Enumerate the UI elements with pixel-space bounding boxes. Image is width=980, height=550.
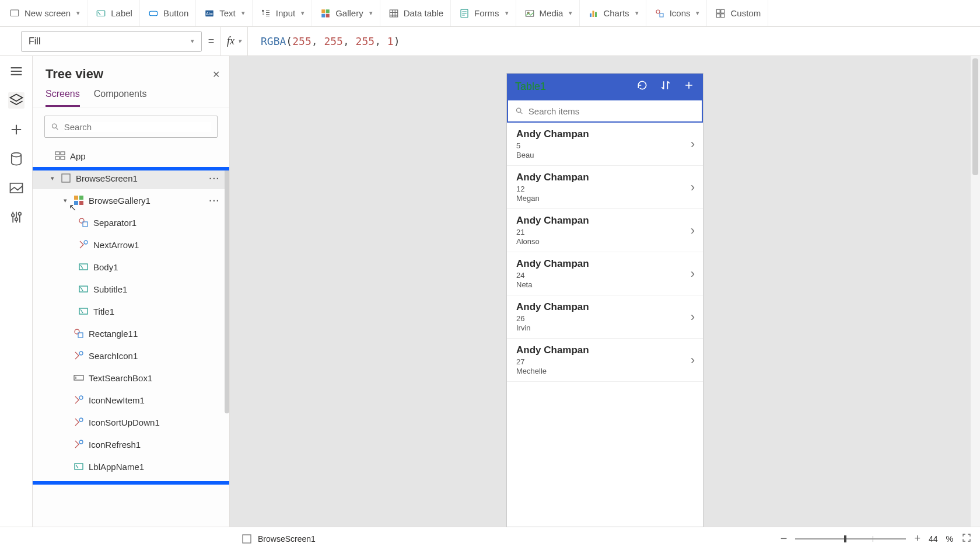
chevron-right-icon[interactable]: › <box>691 266 695 281</box>
insert-ribbon: New screen▾ Label Button Abc Text▾ Input… <box>0 0 980 27</box>
svg-rect-42 <box>79 286 88 292</box>
scrollbar-thumb[interactable] <box>225 168 229 413</box>
insert-button[interactable] <box>8 121 24 138</box>
chevron-down-icon: ▾ <box>301 9 304 17</box>
tree-node-subtitle1[interactable]: Subtitle1 <box>33 278 229 300</box>
chevron-down-icon: ▾ <box>569 9 572 17</box>
tree-node-rectangle11[interactable]: Rectangle11 <box>33 322 229 344</box>
tree-node-separator1[interactable]: Separator1 <box>33 211 229 234</box>
chevron-right-icon[interactable]: › <box>691 353 695 368</box>
custom-label: Custom <box>730 8 761 18</box>
icons-button[interactable]: Icons▾ <box>648 0 708 26</box>
canvas-scrollbar[interactable] <box>971 56 980 527</box>
datatable-button[interactable]: Data table <box>382 0 451 26</box>
label-icon <box>78 284 89 294</box>
tree-node-textsearchbox1[interactable]: TextSearchBox1 <box>33 367 229 389</box>
svg-point-23 <box>11 153 20 157</box>
more-button[interactable]: ··· <box>209 173 220 183</box>
tree-node-app[interactable]: App <box>33 145 229 167</box>
forms-label: Forms <box>474 8 499 18</box>
canvas[interactable]: Table1 Andy Champan5Beau›Andy Champan12M… <box>230 56 980 527</box>
forms-button[interactable]: Forms▾ <box>452 0 516 26</box>
tree-search-box[interactable] <box>44 116 218 138</box>
scrollbar-thumb[interactable] <box>972 58 978 175</box>
tree-node-title1[interactable]: Title1 <box>33 300 229 322</box>
property-selector[interactable]: Fill ▾ <box>21 31 202 52</box>
tree-node-lblappname1[interactable]: LblAppName1 <box>33 455 229 478</box>
label-button[interactable]: Label <box>89 0 140 26</box>
tree-node-browsegallery1[interactable]: ▾ BrowseGallery1 ··· ↖ <box>33 189 229 211</box>
charts-icon <box>588 8 598 19</box>
tab-components[interactable]: Components <box>94 89 147 107</box>
chevron-down-icon: ▾ <box>369 9 373 17</box>
tree-search-input[interactable] <box>64 122 211 132</box>
tab-screens[interactable]: Screens <box>46 89 80 107</box>
app-preview[interactable]: Table1 Andy Champan5Beau›Andy Champan12M… <box>507 74 703 527</box>
zoom-in-button[interactable]: + <box>914 532 921 545</box>
fx-button[interactable]: fx▾ <box>220 27 248 55</box>
list-item[interactable]: Andy Champan5Beau› <box>507 123 703 166</box>
item-body: Neta <box>516 280 589 289</box>
search-icon <box>515 106 524 116</box>
list-item[interactable]: Andy Champan26Irvin› <box>507 295 703 339</box>
tree-node-iconnewitem1[interactable]: IconNewItem1 <box>33 389 229 411</box>
chevron-right-icon[interactable]: › <box>691 137 695 152</box>
slider-thumb[interactable] <box>844 535 846 542</box>
svg-point-46 <box>79 351 83 355</box>
zoom-slider[interactable] <box>795 538 906 539</box>
data-button[interactable] <box>8 151 24 167</box>
input-button[interactable]: Input▾ <box>254 0 312 26</box>
tree-node-browsescreen1[interactable]: ▾ BrowseScreen1 ··· <box>33 167 229 189</box>
svg-rect-31 <box>55 156 60 159</box>
list-item[interactable]: Andy Champan12Megan› <box>507 166 703 209</box>
tree-node-iconsortupdown1[interactable]: IconSortUpDown1 <box>33 411 229 433</box>
gallery-list: Andy Champan5Beau›Andy Champan12Megan›An… <box>507 123 703 382</box>
svg-rect-35 <box>79 196 83 200</box>
formula-bar[interactable]: RGBA(255, 255, 255, 1) <box>248 35 400 47</box>
button-label: Button <box>163 8 188 18</box>
close-button[interactable]: ✕ <box>212 69 220 80</box>
svg-rect-37 <box>79 201 83 205</box>
layers-icon <box>8 92 24 109</box>
fit-to-window-button[interactable] <box>961 532 972 545</box>
list-item[interactable]: Andy Champan21Alonso› <box>507 209 703 252</box>
custom-button[interactable]: Custom <box>708 0 768 26</box>
item-body: Mechelle <box>516 367 589 375</box>
app-search-input[interactable] <box>528 106 695 116</box>
list-item[interactable]: Andy Champan24Neta› <box>507 252 703 295</box>
tree-node-iconrefresh1[interactable]: IconRefresh1 <box>33 433 229 455</box>
svg-rect-41 <box>79 264 88 270</box>
zoom-out-button[interactable]: − <box>780 532 788 545</box>
sort-icon[interactable] <box>660 79 671 94</box>
chevron-right-icon[interactable]: › <box>691 309 695 325</box>
text-button[interactable]: Abc Text▾ <box>197 0 253 26</box>
media-button[interactable]: Media▾ <box>517 0 580 26</box>
tree-node-nextarrow1[interactable]: NextArrow1 <box>33 234 229 256</box>
more-button[interactable]: ··· <box>209 196 220 206</box>
chevron-down-icon: ▾ <box>242 9 245 17</box>
hamburger-button[interactable] <box>8 63 24 79</box>
svg-point-28 <box>52 124 56 128</box>
chevron-down-icon[interactable]: ▾ <box>49 175 56 182</box>
charts-button[interactable]: Charts▾ <box>581 0 646 26</box>
chevron-right-icon[interactable]: › <box>691 223 695 238</box>
refresh-icon[interactable] <box>636 79 648 94</box>
chevron-down-icon: ▾ <box>696 9 699 17</box>
button-button[interactable]: Button <box>141 0 196 26</box>
app-search-box[interactable] <box>507 99 703 123</box>
list-item[interactable]: Andy Champan27Mechelle› <box>507 339 703 382</box>
chevron-down-icon[interactable]: ▾ <box>62 197 69 204</box>
chevron-down-icon: ▾ <box>635 9 639 17</box>
tree-node-searchicon1[interactable]: SearchIcon1 <box>33 344 229 367</box>
gallery-icon <box>320 8 331 19</box>
tree-view-button[interactable] <box>8 92 24 109</box>
item-body: Alonso <box>516 237 589 246</box>
add-icon[interactable] <box>683 79 695 94</box>
chevron-right-icon[interactable]: › <box>691 180 695 195</box>
datatable-icon <box>388 8 399 19</box>
advanced-tools-button[interactable] <box>8 209 24 225</box>
gallery-button[interactable]: Gallery▾ <box>313 0 380 26</box>
tree-node-body1[interactable]: Body1 <box>33 256 229 278</box>
new-screen-button[interactable]: New screen▾ <box>2 0 88 26</box>
media-pane-button[interactable] <box>8 180 24 196</box>
